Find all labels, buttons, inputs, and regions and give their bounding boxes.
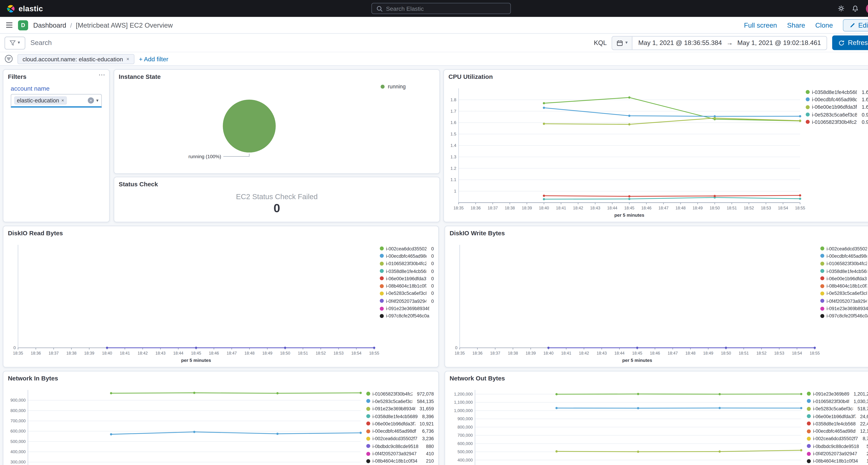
legend-item[interactable]: i-0bdbdc9c88cde9518880: [366, 442, 434, 450]
legend-item[interactable]: i-0f4f2052073a929470: [820, 297, 868, 305]
legend-item[interactable]: i-0f4f2052073a92947410: [366, 450, 434, 457]
legend-item[interactable]: i-091e23e369b893463: [380, 305, 434, 312]
svg-text:18:52: 18:52: [756, 351, 767, 355]
share-button[interactable]: Share: [787, 21, 805, 29]
legend-item[interactable]: i-08b4604c18b1c0f340: [380, 282, 434, 290]
legend-item[interactable]: i-01065823f30b4fc210.963: [806, 118, 868, 126]
svg-text:18:36: 18:36: [31, 351, 41, 355]
legend-item[interactable]: i-0e5283c5ca6ef3c8c584,135: [366, 398, 434, 405]
panel-options-icon[interactable]: ⋯: [98, 71, 106, 79]
legend-item[interactable]: i-091e23e369b893...1,201,252: [807, 390, 868, 398]
legend-item[interactable]: i-0f4f2052073a929470: [380, 297, 434, 305]
legend-item[interactable]: i-091e23e369b893463: [820, 305, 868, 312]
legend-item[interactable]: i-08b4604c18b1c0f34210: [366, 457, 434, 465]
legend-item[interactable]: i-01065823f30b4fc...1,030,384: [807, 398, 868, 405]
filter-pill-cloud-account-name[interactable]: cloud.account.name: elastic-education ×: [18, 54, 134, 64]
legend-item[interactable]: i-097c8cfe20f546c0a: [380, 312, 434, 320]
legend-value: 210: [424, 458, 434, 464]
legend-item[interactable]: i-002cea6dcd35502f73,236: [366, 435, 434, 442]
legend-item[interactable]: i-091e23e369b89346331,659: [366, 405, 434, 412]
remove-option-icon[interactable]: ×: [61, 98, 64, 103]
legend-item[interactable]: i-0358d8e1fe4cb56890: [820, 267, 868, 275]
legend-value: 880: [424, 443, 434, 449]
calendar-button[interactable]: ▾: [613, 36, 633, 49]
elastic-logo[interactable]: elastic: [5, 4, 43, 13]
query-language-kql-button[interactable]: KQL: [594, 39, 607, 46]
legend-item[interactable]: i-06e00e1b96dfda3f710,921: [366, 420, 434, 427]
legend-item[interactable]: i-00ecdbfc465ad98df0: [820, 252, 868, 260]
legend-item[interactable]: i-08b4604c18b1c0f340: [820, 282, 868, 290]
svg-text:18:43: 18:43: [597, 351, 607, 355]
chevron-down-icon[interactable]: ▾: [96, 98, 98, 103]
svg-text:18:46: 18:46: [650, 351, 660, 355]
legend-item[interactable]: i-0e5283c5ca6ef3c8c518,760: [807, 405, 868, 412]
instance-state-pie-chart[interactable]: running running (100%): [114, 82, 439, 173]
legend-item[interactable]: i-08b4604c18b1c0f34196: [807, 457, 868, 465]
legend-value: 1.617: [860, 104, 868, 110]
legend-item[interactable]: i-0358d8e1fe4cb56898,396: [366, 412, 434, 420]
panel-filters: Filters ⋯ account name elastic-education…: [3, 69, 110, 222]
legend-item[interactable]: i-002cea6dcd35502f78,779: [807, 435, 868, 442]
legend-item[interactable]: i-002cea6dcd35502f70: [380, 245, 434, 252]
global-search-input[interactable]: [386, 5, 506, 12]
network-in-chart[interactable]: 300,000400,000500,000600,000700,000800,0…: [3, 383, 366, 465]
legend-color-dot: [807, 452, 811, 456]
full-screen-button[interactable]: Full screen: [744, 21, 777, 29]
svg-text:18:51: 18:51: [727, 206, 737, 210]
breadcrumb-dashboard-link[interactable]: Dashboard: [33, 21, 66, 29]
refresh-button[interactable]: Refresh: [832, 35, 868, 50]
user-avatar[interactable]: m: [866, 3, 868, 14]
legend-item[interactable]: i-002cea6dcd35502f70: [820, 245, 868, 252]
gear-icon[interactable]: [838, 5, 844, 12]
legend-color-dot: [366, 444, 370, 448]
legend-item[interactable]: i-01065823f30b4fc210: [820, 260, 868, 267]
pie-slice-running[interactable]: [223, 100, 276, 153]
legend-label: i-0bdbdc9c88cde9518: [813, 443, 859, 449]
edit-button[interactable]: Edit: [843, 19, 868, 31]
menu-hamburger-icon[interactable]: [5, 22, 13, 28]
add-filter-button[interactable]: + Add filter: [139, 55, 168, 62]
legend-item[interactable]: i-097c8cfe20f546c0a: [820, 312, 868, 320]
legend-item[interactable]: i-0bdbdc9c88cde9518588: [807, 442, 868, 450]
svg-text:0: 0: [13, 345, 16, 350]
kql-search-input[interactable]: [30, 34, 589, 52]
remove-filter-icon[interactable]: ×: [126, 56, 129, 61]
global-search-box[interactable]: [371, 3, 511, 14]
cpu-utilization-chart[interactable]: 11.11.21.31.41.51.61.71.818:3518:3618:37…: [444, 82, 806, 222]
legend-item[interactable]: i-06e00e1b96dfda3f70: [820, 275, 868, 282]
legend-item[interactable]: i-06e00e1b96dfda3f70: [380, 275, 434, 282]
notifications-bell-icon[interactable]: [852, 5, 859, 12]
legend-item[interactable]: i-0e5283c5ca6ef3c8c0: [380, 290, 434, 297]
saved-query-menu-button[interactable]: ▾: [4, 36, 25, 49]
filter-options-icon[interactable]: [4, 55, 13, 63]
space-avatar[interactable]: D: [18, 20, 28, 30]
filter-pill-label: cloud.account.name: elastic-education: [23, 55, 123, 62]
legend-item[interactable]: i-0358d8e1fe4cb56890: [380, 267, 434, 275]
diskio-read-chart[interactable]: 018:3518:3618:3718:3818:3918:4018:4118:4…: [3, 238, 380, 367]
selected-option-tag[interactable]: elastic-education ×: [14, 96, 67, 105]
pie-slice-label: running (100%): [189, 154, 221, 159]
legend-item[interactable]: i-0e5283c5ca6ef3c8c0: [820, 290, 868, 297]
clear-selection-icon[interactable]: ×: [88, 97, 94, 104]
clone-button[interactable]: Clone: [815, 21, 833, 29]
legend-item[interactable]: i-0358d8e1fe4cb568922,498: [807, 420, 868, 427]
legend-item[interactable]: i-00ecdbfc465ad98df1.656: [806, 96, 868, 103]
legend-item[interactable]: i-01065823f30b4fc21972,078: [366, 390, 434, 398]
legend-item[interactable]: i-06e00e1b96dfda3f71.617: [806, 103, 868, 111]
legend-item[interactable]: i-01065823f30b4fc210: [380, 260, 434, 267]
legend-value: 0.963: [860, 119, 868, 125]
diskio-write-chart[interactable]: 018:3518:3618:3718:3818:3918:4018:4118:4…: [445, 238, 820, 367]
legend-item[interactable]: i-00ecdbfc465ad98df6,736: [366, 428, 434, 435]
legend-item[interactable]: i-0e5283c5ca6ef3c8c0.934: [806, 111, 868, 118]
start-date[interactable]: May 1, 2021 @ 18:36:55.384: [638, 39, 722, 46]
account-name-combobox[interactable]: elastic-education × × ▾: [11, 94, 102, 107]
legend-item[interactable]: i-0f4f2052073a92947208: [807, 450, 868, 457]
legend-item[interactable]: i-00ecdbfc465ad98df0: [380, 252, 434, 260]
end-date[interactable]: May 1, 2021 @ 19:02:18.461: [737, 39, 821, 46]
svg-text:18:40: 18:40: [544, 351, 553, 355]
network-out-chart[interactable]: 400,000500,000600,000700,000800,000900,0…: [445, 383, 807, 465]
legend-item[interactable]: i-00ecdbfc465ad98df12,176: [807, 428, 868, 435]
legend-item[interactable]: i-06e00e1b96dfda3f724,685: [807, 412, 868, 420]
svg-text:18:40: 18:40: [539, 206, 549, 210]
legend-item[interactable]: i-0358d8e1fe4cb56891.615: [806, 88, 868, 96]
